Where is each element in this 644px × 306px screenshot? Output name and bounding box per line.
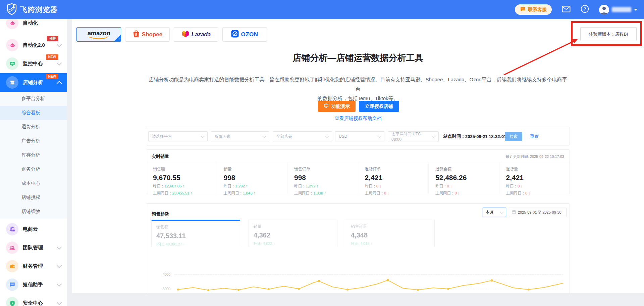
storefront-icon xyxy=(6,76,18,89)
help-icon[interactable]: ? xyxy=(581,5,589,14)
sidebar-item-sms-assistant[interactable]: SMS 短信助手 xyxy=(0,275,67,294)
chevron-down-icon xyxy=(57,300,62,305)
country-select[interactable]: 所属国家 xyxy=(211,131,269,141)
app-root: 飞跨浏览器 联系客服 ? xyxy=(0,0,644,306)
shield-icon xyxy=(6,297,18,306)
brand-logo[interactable]: 飞跨浏览器 xyxy=(7,3,58,16)
realtime-sales-panel: 实时销量 最近更新时间: 2025-09-22 10:17:03 销售额 9,6… xyxy=(146,149,570,194)
shield-logo-icon xyxy=(7,3,17,16)
currency-select[interactable]: USD xyxy=(335,131,384,141)
reset-button[interactable]: 重置 xyxy=(528,127,541,146)
sidebar-item-automation-2[interactable]: 推荐 自动化2.0 xyxy=(0,36,67,54)
chevron-down-icon xyxy=(201,134,204,138)
shop-analysis-submenu: 多平台分析 综合看板 退货分析 广告分析 库存分析 财务分析 成本中心 店铺授权… xyxy=(0,92,67,219)
sidebar-item-shop-analysis[interactable]: NEW 店铺分析 xyxy=(0,73,67,92)
chat-icon xyxy=(520,6,526,13)
search-button[interactable]: 搜索 xyxy=(505,132,522,141)
trend-title: 销售趋势 xyxy=(152,211,169,217)
avatar xyxy=(599,5,609,15)
timezone-select[interactable]: 太平洋时间 UTC-08:00 xyxy=(388,131,439,141)
period-select[interactable]: 本月 xyxy=(483,208,506,217)
chevron-down-icon xyxy=(57,263,62,268)
sidebar-subitem-cost-center[interactable]: 成本中心 xyxy=(0,176,67,190)
username-blurred xyxy=(612,7,631,12)
sms-icon: SMS xyxy=(6,278,18,291)
svg-text:S: S xyxy=(135,33,137,37)
page-title: 店铺分析—店铺运营数据分析工具 xyxy=(72,52,644,64)
sidebar-item-team-management[interactable]: 团队管理 xyxy=(0,238,67,257)
chevron-down-icon xyxy=(57,60,62,65)
trend-card-sales-volume[interactable]: 销量 4,362 环比: 4,022 ↑ xyxy=(249,220,337,247)
badge-recommended: 推荐 xyxy=(47,36,58,41)
tab-amazon[interactable]: amazon ✓ xyxy=(76,27,121,42)
tab-shopee[interactable]: S Shopee xyxy=(125,27,170,42)
trend-line-chart xyxy=(174,261,564,293)
authorize-shop-button[interactable]: 立即授权店铺 xyxy=(359,101,399,112)
sidebar-item-ecommerce-cloud[interactable]: 电商云 xyxy=(0,220,67,238)
trend-card-sales-orders[interactable]: 销售订单 4,348 环比: 4,015 ↑ xyxy=(346,220,435,247)
contact-support-button[interactable]: 联系客服 xyxy=(515,4,552,15)
user-menu[interactable] xyxy=(599,5,637,15)
feature-demo-button[interactable]: 功能演示 xyxy=(318,101,356,112)
sidebar-subitem-dashboard[interactable]: 综合看板 xyxy=(0,106,67,120)
sidebar-item-monitor-center[interactable]: NEW 监控中心 xyxy=(0,54,67,73)
last-updated: 最近更新时间: 2025-09-22 10:17:03 xyxy=(506,154,564,159)
trend-card-sales-amount[interactable]: 销售额 47,533.11 环比: 49,991.27 ↑ xyxy=(151,220,240,247)
y-axis-tick-4000: 4000 xyxy=(156,272,170,276)
mail-icon[interactable] xyxy=(562,6,571,14)
sidebar-subitem-ads[interactable]: 广告分析 xyxy=(0,134,67,148)
sidebar-subitem-inventory[interactable]: 库存分析 xyxy=(0,148,67,162)
tab-lazada[interactable]: Lazada xyxy=(174,27,218,42)
chevron-up-icon xyxy=(57,81,62,86)
metric-sales-orders: 销售订单 998 昨日：1,292 ↑ 上周同日：1,838 ↑ xyxy=(287,162,358,194)
date-range-picker[interactable]: 2025-09-01 至 2025-09-30 xyxy=(509,208,567,217)
calendar-icon xyxy=(512,210,516,215)
shopee-logo-icon: S xyxy=(132,30,140,39)
cloud-globe-icon xyxy=(6,223,18,235)
try-new-version-button[interactable]: 体验新版本：店数BI xyxy=(580,27,637,41)
metric-return-volume: 退货量 2,421 昨日：0 ↓ 上周同日：0 ↓ xyxy=(499,162,570,194)
badge-new: NEW xyxy=(46,54,58,60)
wallet-icon xyxy=(6,260,18,272)
badge-new: NEW xyxy=(46,74,58,79)
sidebar-subitem-multiplatform[interactable]: 多平台分析 xyxy=(0,92,67,106)
auth-help-doc-link[interactable]: 查看店铺授权帮助文档 xyxy=(72,116,644,122)
chevron-down-icon xyxy=(57,244,62,250)
chevron-down-icon xyxy=(634,9,637,11)
sidebar-subitem-finance[interactable]: 财务分析 xyxy=(0,162,67,176)
metric-sales-volume: 销量 998 昨日：1,292 ↑ 上周同日：1,843 ↑ xyxy=(217,162,287,194)
realtime-title: 实时销量 xyxy=(152,154,169,160)
svg-text:SMS: SMS xyxy=(10,283,14,285)
sidebar: 自动化 推荐 自动化2.0 NEW 监控中心 NEW 店铺分析 xyxy=(0,19,67,306)
page-description: 店铺分析功能是为电商卖家打造的智能数据分析工具，旨在帮助您更好地了解和优化您的店… xyxy=(147,75,569,103)
top-header: 飞跨浏览器 联系客服 ? xyxy=(0,0,644,19)
chevron-down-icon xyxy=(377,134,381,138)
chevron-down-icon xyxy=(325,134,329,138)
svg-text:?: ? xyxy=(584,6,586,11)
tab-ozon[interactable]: OZON xyxy=(222,27,267,42)
metric-sales-amount: 销售额 9,670.55 昨日：12,607.05 ↑ 上周同日：20,455.… xyxy=(146,162,217,194)
site-time: 站点时间：2025-09-21 18:32:01 xyxy=(443,127,506,146)
platform-select[interactable]: 请选择平台 xyxy=(148,131,208,141)
chevron-down-icon xyxy=(262,134,266,138)
sales-trend-panel: 销售趋势 本月 2025-09-01 至 2025-09-30 销售额 47,5… xyxy=(146,203,570,293)
sidebar-subitem-shop-auth[interactable]: 店铺授权 xyxy=(0,190,67,205)
contact-support-label: 联系客服 xyxy=(528,7,547,13)
y-axis-tick-3000: 3000 xyxy=(156,287,170,291)
sidebar-subitem-shop-performance[interactable]: 店铺绩效 xyxy=(0,205,67,219)
shop-select[interactable]: 全部店铺 xyxy=(273,131,332,141)
sidebar-subitem-returns[interactable]: 退货分析 xyxy=(0,120,67,134)
sidebar-item-finance-management[interactable]: 财务管理 xyxy=(0,257,67,275)
presentation-icon xyxy=(324,103,329,110)
robot-icon xyxy=(6,39,18,51)
ozon-logo-icon xyxy=(231,30,239,39)
chevron-down-icon xyxy=(57,281,62,287)
check-icon: ✓ xyxy=(118,38,120,41)
monitor-icon xyxy=(6,57,18,70)
sidebar-item-automation-partial[interactable]: 自动化 xyxy=(0,19,67,32)
amazon-logo: amazon xyxy=(88,30,110,39)
team-icon xyxy=(6,242,18,254)
filter-bar: 请选择平台 所属国家 全部店铺 USD 太平洋时间 UTC-08:00 站点时间… xyxy=(146,127,570,145)
brand-name: 飞跨浏览器 xyxy=(20,5,58,14)
sidebar-item-security-center[interactable]: 安全中心 xyxy=(0,294,67,306)
